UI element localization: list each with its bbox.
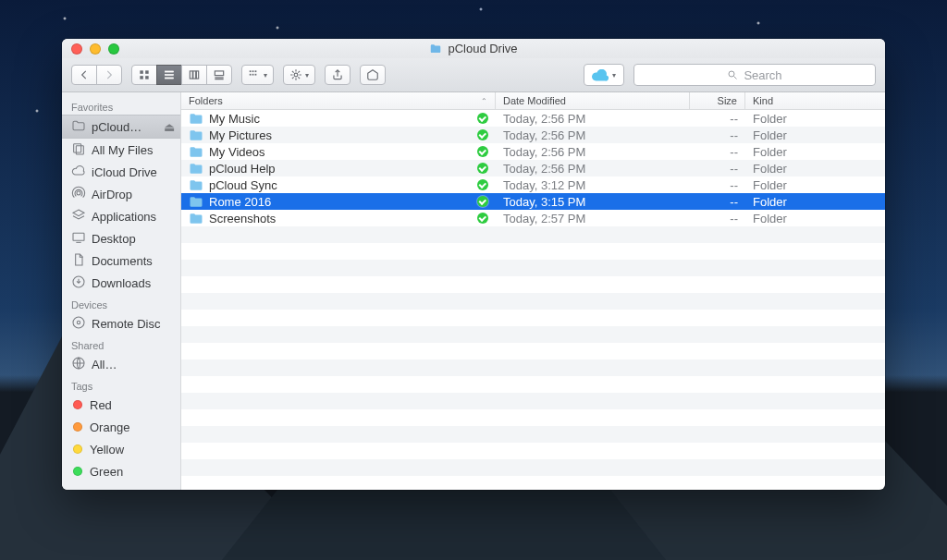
file-name: My Videos	[209, 145, 472, 159]
file-name: My Pictures	[209, 128, 472, 142]
file-name: Screenshots	[209, 212, 472, 225]
sidebar-item-icloud-drive[interactable]: iCloud Drive	[62, 161, 180, 183]
file-name: My Music	[209, 112, 472, 126]
column-kind[interactable]: Kind	[745, 92, 885, 109]
column-kind-label: Kind	[753, 95, 773, 106]
column-view-button[interactable]	[181, 65, 207, 85]
cell-kind: Folder	[745, 112, 885, 126]
svg-point-32	[77, 191, 80, 195]
sidebar-item-applications[interactable]: Applications	[62, 205, 180, 227]
cell-size: --	[690, 145, 745, 159]
cell-date: Today, 2:56 PM	[496, 162, 690, 176]
sidebar-item-downloads[interactable]: Downloads	[62, 272, 180, 294]
cloud-status-button[interactable]: ▾	[584, 64, 624, 86]
sidebar-item-green[interactable]: Green	[62, 460, 180, 482]
file-rows: My MusicToday, 2:56 PM--FolderMy Picture…	[181, 110, 885, 490]
sidebar-item-all-[interactable]: All…	[62, 353, 180, 375]
svg-point-28	[729, 71, 734, 77]
gear-icon	[289, 68, 302, 81]
sidebar-item-label: Documents	[92, 254, 175, 268]
eject-icon[interactable]: ⏏	[164, 120, 175, 134]
minimize-button[interactable]	[90, 43, 101, 55]
tags-button[interactable]	[360, 65, 386, 85]
sidebar-item-remote-disc[interactable]: Remote Disc	[62, 312, 180, 335]
tag-dot-icon	[73, 422, 82, 432]
apps-icon	[71, 208, 86, 225]
disc-icon	[71, 315, 86, 333]
sidebar-item-pcloud-[interactable]: pCloud…⏏	[62, 115, 180, 139]
sidebar-item-label: Desktop	[92, 232, 175, 246]
file-row[interactable]: My PicturesToday, 2:56 PM--Folder	[181, 127, 885, 143]
file-row[interactable]: My VideosToday, 2:56 PM--Folder	[181, 143, 885, 160]
back-button[interactable]	[71, 65, 97, 85]
sidebar-item-yellow[interactable]: Yellow	[62, 438, 180, 460]
sidebar-item-label: Downloads	[92, 276, 175, 290]
chevron-left-icon	[78, 68, 91, 81]
sidebar-item-all-my-files[interactable]: All My Files	[62, 139, 180, 161]
cell-size: --	[690, 112, 745, 126]
sync-ok-icon	[477, 179, 488, 190]
svg-line-27	[298, 71, 300, 73]
zoom-button[interactable]	[108, 43, 119, 55]
cell-name: My Videos	[181, 145, 496, 159]
cell-kind: Folder	[745, 212, 885, 225]
cell-name: pCloud Sync	[181, 178, 496, 192]
cell-size: --	[690, 212, 745, 225]
cell-date: Today, 2:57 PM	[496, 212, 690, 225]
sidebar-item-label: Green	[90, 465, 175, 479]
list-view-button[interactable]	[156, 65, 182, 85]
cell-size: --	[690, 162, 745, 176]
close-button[interactable]	[71, 43, 82, 55]
svg-rect-13	[250, 70, 252, 72]
arrange-group: ▾	[241, 65, 274, 85]
tag-dot-icon	[73, 444, 82, 454]
sidebar-section-favorites: Favorites	[62, 96, 180, 115]
file-row[interactable]: pCloud SyncToday, 3:12 PM--Folder	[181, 177, 885, 193]
sidebar-section-tags: Tags	[62, 375, 180, 394]
file-name: pCloud Sync	[209, 178, 472, 192]
sidebar-item-desktop[interactable]: Desktop	[62, 227, 180, 250]
sync-ok-icon	[477, 129, 488, 140]
window-body: Favorites pCloud…⏏All My FilesiCloud Dri…	[62, 92, 885, 490]
cell-kind: Folder	[745, 162, 885, 176]
window-title: pCloud Drive	[62, 39, 885, 58]
column-date[interactable]: Date Modified	[496, 92, 690, 109]
column-size-label: Size	[718, 95, 737, 106]
cell-size: --	[690, 195, 745, 209]
file-name: Rome 2016	[209, 195, 472, 209]
svg-rect-16	[250, 74, 252, 76]
titlebar[interactable]: pCloud Drive	[62, 39, 885, 58]
sidebar-item-orange[interactable]: Orange	[62, 416, 180, 438]
arrange-button[interactable]: ▾	[241, 65, 274, 85]
file-row[interactable]: Rome 2016Today, 3:15 PM--Folder	[181, 193, 885, 210]
coverflow-icon	[213, 68, 226, 81]
desktop-background: pCloud Drive	[0, 0, 947, 560]
sidebar-item-documents[interactable]: Documents	[62, 250, 180, 272]
svg-rect-0	[140, 70, 143, 74]
sidebar-item-red[interactable]: Red	[62, 394, 180, 416]
sidebar-item-label: Red	[90, 398, 175, 412]
column-date-label: Date Modified	[503, 95, 566, 106]
svg-rect-9	[196, 71, 198, 79]
cell-kind: Folder	[745, 128, 885, 142]
column-size[interactable]: Size	[690, 92, 745, 109]
action-button[interactable]: ▾	[283, 65, 315, 85]
icon-view-button[interactable]	[131, 65, 157, 85]
file-row[interactable]: pCloud HelpToday, 2:56 PM--Folder	[181, 160, 885, 177]
file-row[interactable]: ScreenshotsToday, 2:57 PM--Folder	[181, 210, 885, 226]
svg-rect-30	[74, 143, 81, 152]
title-folder-icon	[429, 43, 442, 55]
forward-button[interactable]	[96, 65, 122, 85]
share-button[interactable]	[325, 65, 351, 85]
coverflow-view-button[interactable]	[206, 65, 232, 85]
sidebar-item-airdrop[interactable]: AirDrop	[62, 183, 180, 205]
file-row[interactable]: My MusicToday, 2:56 PM--Folder	[181, 110, 885, 127]
search-field[interactable]: Search	[633, 64, 876, 86]
cell-name: My Pictures	[181, 128, 496, 142]
svg-rect-2	[140, 76, 143, 79]
cell-size: --	[690, 128, 745, 142]
column-name[interactable]: Folders ⌃	[181, 92, 496, 109]
svg-rect-3	[145, 76, 149, 79]
svg-rect-14	[252, 70, 254, 72]
allfiles-icon	[71, 141, 86, 159]
